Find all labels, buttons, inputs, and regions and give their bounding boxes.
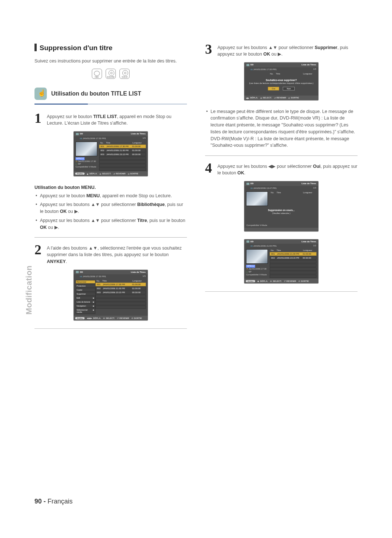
dialog-subtitle: (Les listes de lecture correspondantes r…: [248, 82, 315, 84]
step-2-number: 2: [34, 244, 45, 264]
dialog-yes-button: Oui: [268, 87, 279, 90]
dialog-no-button: Non: [283, 87, 295, 90]
media-icons: HDD DVD-RW DVD-R: [34, 69, 187, 79]
dvd-rw-icon: DVD-RW: [106, 69, 116, 79]
menu-item-copy: Copier: [75, 288, 95, 292]
note-text-2: DVD-RW(Mode V)/-R : La liste de lecture …: [211, 136, 349, 148]
step-1-text: Appuyez sur le bouton TITLE LIST, appare…: [47, 113, 187, 126]
anykey-pill: Anykey: [75, 173, 85, 175]
screenshot-context-menu: DD Liste de Titres 📹 JAN/01/2006 17:30 P…: [74, 270, 148, 320]
dialog-title: Souhaitez-vous supprimer?: [248, 79, 315, 81]
section-title: Suppression d'un titre: [34, 44, 187, 52]
step-1-number: 1: [34, 113, 45, 126]
hdd-mini-icon: [76, 133, 79, 135]
menu-item-playlist: Liste de lecture▶: [75, 300, 95, 304]
table-row: 003JAN/01/2006 23:15 PR00:30:00: [99, 153, 146, 156]
step-2: 2 A l'aide des boutons ▲▼, sélectionnez …: [34, 244, 187, 264]
progress-dialog: Suppression en cours... (Veuillez attend…: [244, 206, 318, 223]
screenshot-confirm-delete: DD Liste de Titres 📹 JAN/01/2006 17:30 P…: [244, 62, 318, 100]
subhead-underline: [34, 104, 187, 105]
menu-instructions-head: Utilisation du bouton MENU.: [34, 184, 187, 191]
page-language: Français: [48, 498, 73, 505]
progress-title: Suppression en cours...: [248, 209, 315, 211]
divider: [205, 291, 358, 292]
subheading-title-list: Utilisation du bouton TITLE LIST: [51, 90, 141, 97]
menu-item-rename: Renommer: [75, 280, 95, 284]
confirm-dialog: Souhaitez-vous supprimer? (Les listes de…: [244, 76, 318, 93]
context-menu: Renommer Protection Copier Supprimer Edi…: [74, 279, 95, 316]
menu-item-delete: Supprimer: [75, 292, 95, 296]
right-column: 3 Appuyez sur les boutons ▲▼ pour sélect…: [205, 44, 358, 335]
step-3-text: Appuyez sur les boutons ▲▼ pour sélectio…: [217, 44, 358, 57]
left-column: Suppression d'un titre Suivez ces instru…: [34, 44, 187, 335]
step-4-text: Appuyez sur les boutons ◀▶ pour sélectio…: [217, 162, 358, 176]
step-4-number: 4: [205, 162, 215, 176]
step-1: 1 Appuyez sur le bouton TITLE LIST, appa…: [34, 113, 187, 126]
note-block: Le message peut être différent selon le …: [211, 108, 358, 149]
hand-icon: [34, 88, 47, 100]
dvd-r-icon: DVD-R: [119, 69, 130, 79]
divider: [34, 237, 187, 238]
step-2-text: A l'aide des boutons ▲▼, sélectionnez l'…: [47, 244, 187, 264]
step-3-number: 3: [205, 44, 215, 57]
page-footer: 90 - Français: [34, 498, 73, 505]
menu-item-navigation: Navigation▶: [75, 304, 95, 308]
divider: [205, 155, 358, 156]
section-title-text: Suppression d'un titre: [40, 44, 113, 52]
screenshot-deleting: DD Liste de Titres 📹 JAN/02/2006 13:47 P…: [244, 181, 318, 231]
note-text-1: Le message peut être différent selon le …: [211, 109, 355, 134]
screenshot-title-list: DD Liste de Titres 📹 JAN/01/2006 17:30 P…: [74, 132, 148, 176]
menu-item-edit: Edit▶: [75, 296, 95, 300]
page-number: 90 -: [34, 498, 46, 505]
preview-thumbnail: [75, 142, 97, 156]
menu-item-select-media: Sélectionner média▶: [75, 308, 95, 314]
progress-meta: Compatibilité V-Mode: [244, 223, 318, 228]
step-4: 4 Appuyez sur les boutons ◀▶ pour sélect…: [205, 162, 358, 176]
side-tab-label: Modification: [24, 265, 34, 315]
progress-subtitle: (Veuillez attendre.): [248, 212, 315, 214]
table-row: 001JAN/01/2006 17:30 PR01:00:00: [99, 145, 146, 148]
hdd-icon: HDD: [92, 69, 102, 79]
menu-item-protection: Protection: [75, 284, 95, 288]
screenshot-after-delete: DD Liste de Titres 📹 JAN/01/2006 21:00 P…: [244, 239, 318, 283]
divider: [34, 328, 187, 329]
section-title-bar: [34, 44, 37, 51]
step-3: 3 Appuyez sur les boutons ▲▼ pour sélect…: [205, 44, 358, 57]
table-row: 002JAN/01/2006 21:00 PR01:00:00: [99, 149, 146, 152]
section-intro: Suivez ces instructions pour supprimer u…: [34, 58, 187, 64]
menu-instructions: Utilisation du bouton MENU. Appuyez sur …: [40, 184, 187, 231]
